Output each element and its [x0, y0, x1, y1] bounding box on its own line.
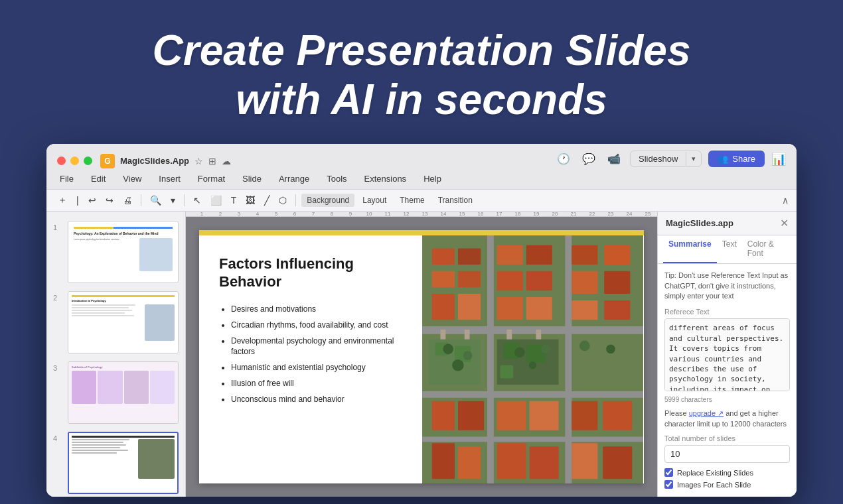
svg-rect-42 [603, 446, 632, 479]
ruler-mark: 7 [304, 212, 323, 217]
shape-button[interactable]: ⬜ [207, 193, 225, 208]
slide-main-title: Factors Influencing Behavior [219, 255, 402, 290]
menu-slide[interactable]: Slide [240, 172, 264, 185]
upgrade-link[interactable]: upgrade ↗ [689, 409, 724, 417]
svg-point-50 [606, 345, 615, 354]
print-button[interactable]: 🖨 [119, 193, 135, 208]
ruler-mark: 15 [453, 212, 471, 217]
menu-format[interactable]: Format [195, 172, 228, 185]
slide2-title-preview: Introduction to Psychology [72, 299, 175, 302]
svg-point-49 [579, 341, 590, 351]
ruler-mark: 19 [527, 212, 546, 217]
slide-thumb-1[interactable]: Psychology: An Exploration of Behavior a… [68, 221, 179, 283]
share-label: Share [732, 154, 755, 164]
magic-panel: MagicSlides.app ✕ Summarise Text Color &… [657, 212, 797, 497]
upgrade-text: Please upgrade ↗ and get a higher charac… [664, 409, 790, 429]
share-button[interactable]: 👥 Share [708, 151, 765, 167]
menu-insert[interactable]: Insert [156, 172, 183, 185]
tab-text[interactable]: Text [717, 235, 742, 263]
menu-view[interactable]: View [120, 172, 144, 185]
zoom-button[interactable]: 🔍 [147, 193, 165, 208]
svg-rect-1 [422, 326, 643, 334]
menu-file[interactable]: File [57, 172, 76, 185]
ruler-mark: 4 [248, 212, 267, 217]
slide-item-3[interactable]: 3 Subfields of Psychology [46, 357, 185, 428]
ruler-mark: 2 [211, 212, 230, 217]
slide4-bullets-preview [72, 439, 136, 479]
ruler-mark: 18 [508, 212, 527, 217]
ruler-mark: 14 [434, 212, 453, 217]
hero-section: Create Presentation Slides with AI in se… [0, 0, 843, 144]
svg-point-45 [452, 359, 464, 371]
replace-slides-checkbox[interactable] [664, 468, 673, 477]
minimize-button[interactable] [70, 157, 79, 165]
menu-extensions[interactable]: Extensions [362, 172, 410, 185]
slide2-text-preview [72, 304, 143, 341]
svg-point-46 [514, 347, 525, 358]
tab-summarise[interactable]: Summarise [663, 235, 717, 263]
menu-edit[interactable]: Edit [88, 172, 108, 185]
slideshow-label[interactable]: Slideshow [631, 151, 686, 166]
slide-item-1[interactable]: 1 Psychology: An Exploration of Behavior… [46, 217, 185, 287]
analytics-icon[interactable]: 📊 [771, 152, 786, 166]
ruler-mark: 25 [639, 212, 657, 217]
image-button[interactable]: 🖼 [242, 193, 258, 208]
char-count: 5999 characters [664, 396, 790, 403]
shapes-button[interactable]: ⬡ [275, 193, 290, 208]
ruler-mark: 23 [601, 212, 620, 217]
separator-icon: | [73, 193, 82, 208]
images-slides-checkbox[interactable] [664, 480, 673, 489]
line-button[interactable]: ╱ [261, 193, 273, 208]
replace-slides-row: Replace Existing Slides [664, 468, 790, 477]
slideshow-button[interactable]: Slideshow ▾ [630, 151, 702, 167]
slide-thumb-3[interactable]: Subfields of Psychology [68, 361, 179, 424]
video-icon[interactable]: 📹 [605, 151, 623, 166]
slides-number-input[interactable] [664, 445, 790, 463]
layout-button[interactable]: Layout [357, 194, 392, 207]
slide-item-2[interactable]: 2 Introduction to Psychology [46, 287, 185, 357]
slide3-title-preview: Subfields of Psychology [72, 365, 175, 369]
menu-arrange[interactable]: Arrange [276, 172, 312, 185]
ruler-mark: 3 [230, 212, 248, 217]
toolbar-chevron[interactable]: ∧ [782, 195, 789, 206]
star-icon[interactable]: ☆ [194, 156, 203, 166]
cloud-icon[interactable]: ☁ [222, 156, 231, 166]
bullet-item-1: Desires and motivations [231, 304, 402, 315]
svg-rect-54 [536, 330, 541, 340]
maximize-button[interactable] [84, 157, 92, 165]
svg-rect-4 [487, 235, 494, 483]
add-button[interactable]: ＋ [54, 192, 70, 208]
ruler-mark: 9 [341, 212, 360, 217]
slide-canvas[interactable]: Factors Influencing Behavior Desires and… [199, 230, 644, 483]
menu-help[interactable]: Help [421, 172, 444, 185]
reference-textarea[interactable]: different areas of focus and cultural pe… [664, 318, 790, 391]
svg-rect-34 [530, 401, 559, 430]
slideshow-caret[interactable]: ▾ [686, 152, 701, 166]
text-button[interactable]: T [228, 193, 240, 208]
slide-thumb-4[interactable] [68, 432, 179, 494]
slides-icon[interactable]: ⊞ [208, 156, 216, 166]
images-slides-row: Images For Each Slide [664, 480, 790, 489]
close-button[interactable] [57, 157, 66, 165]
history-icon[interactable]: 🕐 [554, 151, 573, 166]
slide3-col1 [72, 371, 96, 404]
svg-rect-33 [497, 401, 526, 430]
background-button[interactable]: Background [301, 194, 354, 207]
zoom-dropdown[interactable]: ▾ [167, 193, 179, 208]
bullet-item-5: Illusion of free will [231, 378, 402, 389]
transition-button[interactable]: Transition [433, 194, 478, 207]
theme-button[interactable]: Theme [394, 194, 429, 207]
comments-icon[interactable]: 💬 [579, 151, 598, 166]
ruler-mark: 10 [360, 212, 378, 217]
replace-slides-label: Replace Existing Slides [677, 469, 753, 477]
tab-color-font[interactable]: Color & Font [742, 235, 791, 263]
ruler-mark: 16 [471, 212, 490, 217]
cursor-button[interactable]: ↖ [190, 193, 204, 208]
menu-tools[interactable]: Tools [324, 172, 349, 185]
magic-panel-close-button[interactable]: ✕ [780, 217, 789, 229]
title-bar: G MagicSlides.App ☆ ⊞ ☁ 🕐 💬 📹 Slideshow … [46, 144, 797, 171]
redo-button[interactable]: ↪ [102, 193, 117, 208]
undo-button[interactable]: ↩ [85, 193, 100, 208]
slide-thumb-2[interactable]: Introduction to Psychology [68, 291, 179, 353]
slide-item-4[interactable]: 4 [46, 428, 185, 497]
